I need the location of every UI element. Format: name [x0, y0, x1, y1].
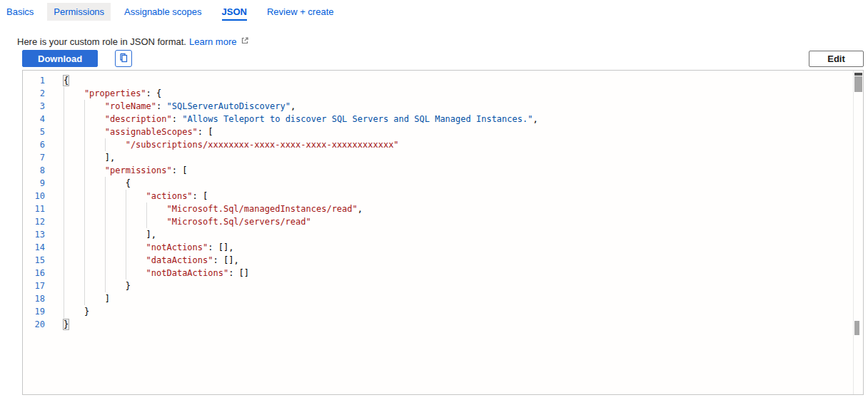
indent-guide: [64, 151, 84, 164]
code-line: 10"actions": [: [23, 190, 853, 202]
line-number: 13: [23, 228, 45, 241]
line-content: "notActions": [],: [64, 241, 233, 254]
indent-guide: [84, 125, 105, 138]
edit-button[interactable]: Edit: [809, 51, 864, 67]
indent-guide: [64, 228, 84, 241]
code-line: 20}: [23, 318, 853, 331]
indent-guide: [105, 138, 126, 151]
line-number: 17: [23, 280, 45, 292]
indent-guide: [105, 215, 126, 228]
json-tab-description: Here is your custom role in JSON format.…: [17, 36, 868, 47]
wizard-tab-bar: Basics Permissions Assignable scopes JSO…: [0, 0, 868, 21]
line-number: 6: [23, 138, 45, 151]
code-lines: 1{2"properties": {3"roleName": "SQLServe…: [23, 71, 853, 394]
indent-guide: [126, 190, 146, 202]
line-content: ],: [64, 151, 115, 164]
line-number: 9: [23, 177, 45, 190]
line-number: 11: [23, 202, 45, 215]
indent-guide: [64, 292, 84, 305]
indent-guide: [146, 215, 167, 228]
tab-assignable-scopes[interactable]: Assignable scopes: [118, 3, 208, 21]
line-content: ],: [64, 228, 156, 241]
indent-guide: [64, 113, 84, 125]
line-content: "Microsoft.Sql/servers/read": [64, 215, 311, 228]
code-line: 17}: [23, 280, 853, 292]
code-line: 11"Microsoft.Sql/managedInstances/read",: [23, 202, 853, 215]
line-number: 5: [23, 125, 45, 138]
indent-guide: [126, 215, 146, 228]
line-content: "notDataActions": []: [64, 267, 249, 280]
indent-guide: [84, 215, 105, 228]
indent-guide: [64, 125, 84, 138]
download-button[interactable]: Download: [22, 50, 98, 67]
learn-more-link[interactable]: Learn more: [189, 36, 236, 47]
indent-guide: [84, 292, 105, 305]
line-number: 7: [23, 151, 45, 164]
line-content: {: [64, 74, 69, 87]
indent-guide: [84, 254, 105, 267]
code-line: 5"assignableScopes": [: [23, 125, 853, 138]
indent-guide: [126, 241, 146, 254]
external-link-icon: [241, 36, 249, 47]
line-number: 14: [23, 241, 45, 254]
indent-guide: [64, 164, 84, 177]
indent-guide: [126, 202, 146, 215]
code-line: 18]: [23, 292, 853, 305]
line-content: }: [64, 305, 89, 318]
indent-guide: [84, 113, 105, 125]
code-line: 14"notActions": [],: [23, 241, 853, 254]
indent-guide: [84, 100, 105, 113]
line-number: 2: [23, 87, 45, 100]
line-number: 1: [23, 74, 45, 87]
code-line: 19}: [23, 305, 853, 318]
json-code-editor[interactable]: 1{2"properties": {3"roleName": "SQLServe…: [22, 70, 864, 395]
indent-guide: [84, 190, 105, 202]
line-number: 10: [23, 190, 45, 202]
description-text: Here is your custom role in JSON format.: [17, 36, 186, 47]
indent-guide: [64, 138, 84, 151]
indent-guide: [105, 202, 126, 215]
code-line: 12"Microsoft.Sql/servers/read": [23, 215, 853, 228]
line-number: 19: [23, 305, 45, 318]
indent-guide: [64, 305, 84, 318]
line-content: "Microsoft.Sql/managedInstances/read",: [64, 202, 363, 215]
tab-basics[interactable]: Basics: [0, 3, 40, 21]
code-line: 13],: [23, 228, 853, 241]
indent-guide: [84, 267, 105, 280]
line-content: "permissions": [: [64, 164, 187, 177]
indent-guide: [64, 100, 84, 113]
indent-guide: [126, 254, 146, 267]
indent-guide: [84, 280, 105, 292]
line-number: 8: [23, 164, 45, 177]
tab-review-create[interactable]: Review + create: [261, 3, 340, 21]
indent-guide: [105, 228, 126, 241]
line-number: 3: [23, 100, 45, 113]
line-content: }: [64, 280, 131, 292]
indent-guide: [84, 177, 105, 190]
line-number: 20: [23, 318, 45, 331]
code-line: 9{: [23, 177, 853, 190]
code-line: 7],: [23, 151, 853, 164]
line-content: "actions": [: [64, 190, 208, 202]
indent-guide: [105, 177, 126, 190]
line-number: 4: [23, 113, 45, 125]
code-line: 8"permissions": [: [23, 164, 853, 177]
tab-permissions[interactable]: Permissions: [47, 3, 111, 21]
copy-button[interactable]: [115, 50, 132, 67]
indent-guide: [105, 267, 126, 280]
indent-guide: [64, 241, 84, 254]
line-number: 15: [23, 254, 45, 267]
scrollbar-thumb[interactable]: [854, 76, 862, 92]
copy-icon: [118, 52, 129, 66]
line-content: "roleName": "SQLServerAutoDiscovery",: [64, 100, 296, 113]
indent-guide: [84, 202, 105, 215]
tab-json[interactable]: JSON: [216, 3, 253, 21]
indent-guide: [105, 254, 126, 267]
indent-guide: [105, 241, 126, 254]
indent-guide: [105, 280, 126, 292]
indent-guide: [146, 202, 167, 215]
indent-guide: [64, 267, 84, 280]
line-content: "assignableScopes": [: [64, 125, 213, 138]
editor-scrollbar[interactable]: [853, 71, 863, 394]
line-content: "properties": {: [64, 87, 161, 100]
